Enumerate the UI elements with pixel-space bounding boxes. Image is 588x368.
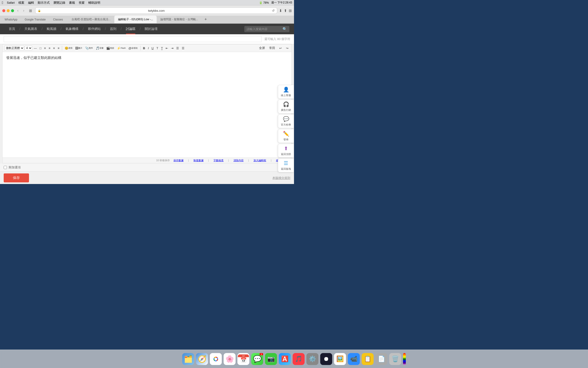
download-button[interactable]: ⬇ xyxy=(279,9,282,13)
expand-editor-link[interactable]: 加大編輯框 xyxy=(254,159,266,162)
toolbar-redo[interactable]: ↪ xyxy=(285,46,290,51)
browser-chrome: ‹ › ⊞ 🔒 twtybbs.com ↺ ⬇ ⬆ ⊞ WhatsApp Goo… xyxy=(0,6,294,24)
toolbar-layout[interactable]: 常田 xyxy=(268,45,276,51)
title-hint: 還可輸入 80 個字符 xyxy=(264,37,290,41)
editor-toolbar: 微軟正黑體 4 — □ ≡ ≡ ≡ ≡ 😊表情 🖼圖片 📎附件 🎵音樂 xyxy=(2,44,292,52)
toolbar-mention[interactable]: @@朋友 xyxy=(127,46,139,51)
post-title-bar: 還可輸入 80 個字符 xyxy=(0,34,294,44)
menu-help[interactable]: 輔助說明 xyxy=(88,1,100,5)
toolbar-indent[interactable]: ⇥ xyxy=(170,46,175,51)
official-fan-label: 官方粉專 xyxy=(281,123,291,127)
nav-checkin[interactable]: 簽到 xyxy=(106,24,120,34)
website: 首頁 / 天氣圖表 / 颱風牆 / 氣象機構 / 夥伴網站 / 簽到 / 討論區… xyxy=(0,24,294,184)
font-selector[interactable]: 微軟正黑體 xyxy=(4,46,24,50)
toolbar-outdent[interactable]: ⇤ xyxy=(165,46,169,51)
nav-met-agencies[interactable]: 氣象機構 xyxy=(61,24,83,34)
browser-toolbar: ‹ › ⊞ 🔒 twtybbs.com ↺ ⬇ ⬆ ⊞ xyxy=(0,6,294,16)
font-size-selector[interactable]: 4 xyxy=(25,46,32,50)
tab-classes[interactable]: Classes xyxy=(49,16,68,23)
editor-body[interactable]: 發展迅速，似乎已建立類此眼的結構 xyxy=(2,52,292,121)
toolbar-list-ul[interactable]: ☰ xyxy=(175,46,180,51)
back-to-top-icon: ⬆ xyxy=(284,146,288,152)
tab-google-translate[interactable]: Google Translate xyxy=(21,16,49,23)
clock: 週一 下午2:28:43 xyxy=(271,1,292,5)
nav-partner-sites[interactable]: 夥伴網站 xyxy=(84,24,105,34)
address-bar[interactable]: 🔒 twtybbs.com ↺ xyxy=(35,7,277,14)
share-button[interactable]: ⬆ xyxy=(284,9,287,13)
search-icon[interactable]: 🔍 xyxy=(283,27,287,31)
reload-button[interactable]: ↺ xyxy=(272,9,275,12)
toolbar-italic[interactable]: I xyxy=(147,46,150,51)
search-input[interactable] xyxy=(247,27,281,31)
word-count-link[interactable]: 字數檢查 xyxy=(213,159,224,162)
apple-menu[interactable]:  xyxy=(2,1,3,5)
clear-content-link[interactable]: 清除內容 xyxy=(233,159,244,162)
official-fan-btn[interactable]: 💬 官方粉專 xyxy=(278,114,294,128)
toolbar-emoji[interactable]: 😊表情 xyxy=(64,46,74,51)
save-data-link[interactable]: 保存數據 xyxy=(174,159,184,162)
toolbar-align-justify[interactable]: ≡ xyxy=(57,46,61,51)
browser-actions: ⬇ ⬆ ⊞ xyxy=(279,9,292,13)
toolbar-color[interactable]: T xyxy=(155,46,159,51)
tab-edit-post[interactable]: 編輯帖子 - 02U(96S) Low -... xyxy=(114,16,157,23)
autosave-text: 10 秒後保存 xyxy=(156,159,170,162)
menu-safari[interactable]: Safari xyxy=(7,1,15,4)
new-tab-button[interactable]: + xyxy=(203,16,209,23)
toolbar-highlight[interactable]: T̲ xyxy=(160,46,164,51)
new-tab-grid-button[interactable]: ⊞ xyxy=(289,9,292,13)
toolbar-bold[interactable]: B xyxy=(142,46,146,51)
minimize-button[interactable] xyxy=(7,9,10,12)
url-display[interactable]: twtybbs.com xyxy=(42,9,271,12)
menu-file[interactable]: 檔案 xyxy=(18,1,24,5)
nav-search[interactable]: 🔍 xyxy=(244,26,289,32)
tab-forum-issue[interactable]: 論壇問題 - 疑難雜症 - 台灣颱... xyxy=(157,16,202,23)
toolbar-flash[interactable]: ⚡Flash xyxy=(116,46,127,51)
ad-marketing-icon: 🎧 xyxy=(283,101,289,107)
close-button[interactable] xyxy=(2,9,5,12)
tab-typhoon[interactable]: 台風吧-百度貼吧---聚焦台風活... xyxy=(68,16,114,23)
customer-service-btn[interactable]: 👤 線上客服 xyxy=(278,85,294,99)
nav-forum[interactable]: 討論區 xyxy=(122,24,140,34)
tab-whatsapp[interactable]: WhatsApp xyxy=(1,16,21,23)
lock-icon: 🔒 xyxy=(38,9,41,12)
save-button[interactable]: 保存 xyxy=(4,174,29,182)
menu-history[interactable]: 瀏覽記錄 xyxy=(53,1,65,5)
customer-service-label: 線上客服 xyxy=(281,94,291,97)
toolbar-box-btn[interactable]: □ xyxy=(38,46,43,51)
menu-view[interactable]: 顯示方式 xyxy=(38,1,50,5)
toolbar-divider-btn[interactable]: — xyxy=(33,46,38,51)
back-button[interactable]: ‹ xyxy=(16,8,20,14)
menu-edit[interactable]: 編輯 xyxy=(28,1,34,5)
back-to-top-btn[interactable]: ⬆ 返回頂部 xyxy=(278,144,294,157)
nav-weather-chart[interactable]: 天氣圖表 xyxy=(20,24,41,34)
ad-marketing-btn[interactable]: 🎧 廣告行銷 xyxy=(278,100,294,113)
toolbar-music[interactable]: 🎵音樂 xyxy=(94,46,105,51)
toolbar-align-left[interactable]: ≡ xyxy=(43,46,47,51)
nav-typhoon-wall[interactable]: 颱風牆 xyxy=(43,24,61,34)
addon-checkbox[interactable] xyxy=(4,166,7,169)
forward-button[interactable]: › xyxy=(22,8,26,14)
restore-data-link[interactable]: 恢復數據 xyxy=(193,159,204,162)
toolbar-align-right[interactable]: ≡ xyxy=(52,46,56,51)
maximize-button[interactable] xyxy=(11,9,14,12)
toolbar-fullscreen[interactable]: 全屏 xyxy=(258,45,266,51)
toolbar-image[interactable]: 🖼圖片 xyxy=(74,46,83,51)
nav-home[interactable]: 首頁 xyxy=(5,24,19,34)
nav-about[interactable]: 關於論壇 xyxy=(141,24,162,34)
sidebar-floater: 👤 線上客服 🎧 廣告行銷 💬 官方粉專 ✏️ 發佈 ⬆ 返回頂部 ☰ 返回版 xyxy=(278,85,294,172)
customer-service-icon: 👤 xyxy=(283,87,289,93)
post-title-input[interactable] xyxy=(4,36,262,42)
toolbar-attachment[interactable]: 📎附件 xyxy=(84,46,94,51)
back-to-section-btn[interactable]: ☰ 返回版塊 xyxy=(278,158,294,172)
back-to-top-label: 返回頂部 xyxy=(281,153,291,156)
menu-window[interactable]: 視窗 xyxy=(79,1,85,5)
toolbar-undo[interactable]: ↩ xyxy=(278,46,283,51)
rules-link[interactable]: 本版積分規則 xyxy=(272,176,290,180)
menu-bookmarks[interactable]: 書籤 xyxy=(69,1,75,5)
toolbar-list-ol[interactable]: ☰ xyxy=(181,46,186,51)
toolbar-align-center[interactable]: ≡ xyxy=(47,46,52,51)
toolbar-video[interactable]: 🎬視頻 xyxy=(105,46,115,51)
publish-btn[interactable]: ✏️ 發佈 xyxy=(278,129,294,143)
toolbar-underline[interactable]: U xyxy=(150,46,155,51)
sidebar-toggle[interactable]: ⊞ xyxy=(28,8,33,14)
